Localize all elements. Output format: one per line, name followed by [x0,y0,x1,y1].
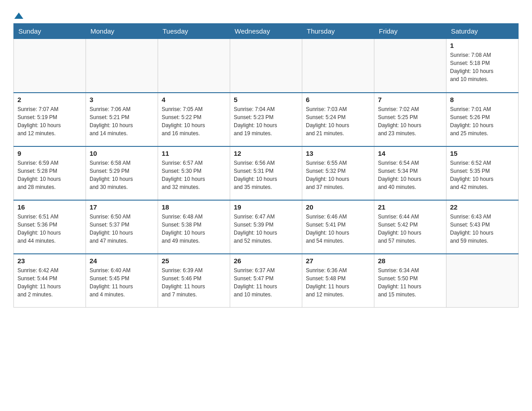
weekday-header-row: SundayMondayTuesdayWednesdayThursdayFrid… [14,24,519,39]
day-info: Sunrise: 7:08 AM Sunset: 5:18 PM Dayligh… [450,51,515,83]
day-info: Sunrise: 6:58 AM Sunset: 5:29 PM Dayligh… [90,159,154,191]
day-number: 22 [450,203,515,211]
calendar-day-cell: 18Sunrise: 6:48 AM Sunset: 5:38 PM Dayli… [158,200,230,254]
calendar-table: SundayMondayTuesdayWednesdayThursdayFrid… [13,23,519,308]
day-info: Sunrise: 7:02 AM Sunset: 5:25 PM Dayligh… [378,105,442,137]
calendar-day-cell: 19Sunrise: 6:47 AM Sunset: 5:39 PM Dayli… [230,200,302,254]
day-info: Sunrise: 6:57 AM Sunset: 5:30 PM Dayligh… [162,159,226,191]
calendar-day-cell: 4Sunrise: 7:05 AM Sunset: 5:22 PM Daylig… [158,93,230,146]
calendar-day-cell: 24Sunrise: 6:40 AM Sunset: 5:45 PM Dayli… [86,254,158,308]
calendar-day-cell [158,39,230,93]
calendar-day-cell: 8Sunrise: 7:01 AM Sunset: 5:26 PM Daylig… [446,93,519,146]
calendar-day-cell [14,39,86,93]
day-info: Sunrise: 6:40 AM Sunset: 5:45 PM Dayligh… [90,266,154,299]
calendar-day-cell: 16Sunrise: 6:51 AM Sunset: 5:36 PM Dayli… [14,200,86,254]
day-info: Sunrise: 6:52 AM Sunset: 5:35 PM Dayligh… [450,159,515,191]
header-tuesday: Tuesday [158,24,230,39]
day-number: 17 [90,203,154,211]
day-number: 8 [450,96,515,103]
calendar-day-cell: 10Sunrise: 6:58 AM Sunset: 5:29 PM Dayli… [86,146,158,200]
day-number: 4 [162,96,226,103]
day-number: 6 [306,96,370,103]
calendar-day-cell [446,254,519,308]
calendar-day-cell: 6Sunrise: 7:03 AM Sunset: 5:24 PM Daylig… [302,93,374,146]
calendar-day-cell: 27Sunrise: 6:36 AM Sunset: 5:48 PM Dayli… [302,254,374,308]
calendar-day-cell: 11Sunrise: 6:57 AM Sunset: 5:30 PM Dayli… [158,146,230,200]
calendar-day-cell: 26Sunrise: 6:37 AM Sunset: 5:47 PM Dayli… [230,254,302,308]
calendar-day-cell: 22Sunrise: 6:43 AM Sunset: 5:43 PM Dayli… [446,200,519,254]
day-number: 26 [234,257,298,265]
calendar-day-cell: 20Sunrise: 6:46 AM Sunset: 5:41 PM Dayli… [302,200,374,254]
calendar-week-5: 23Sunrise: 6:42 AM Sunset: 5:44 PM Dayli… [14,254,519,308]
day-number: 16 [17,203,82,211]
header-saturday: Saturday [446,24,519,39]
day-info: Sunrise: 7:05 AM Sunset: 5:22 PM Dayligh… [162,105,226,137]
day-info: Sunrise: 6:42 AM Sunset: 5:44 PM Dayligh… [17,266,82,299]
day-info: Sunrise: 6:50 AM Sunset: 5:37 PM Dayligh… [90,213,154,245]
day-info: Sunrise: 6:51 AM Sunset: 5:36 PM Dayligh… [17,213,82,245]
day-number: 9 [17,150,82,157]
day-number: 19 [234,203,298,211]
calendar-day-cell: 7Sunrise: 7:02 AM Sunset: 5:25 PM Daylig… [374,93,446,146]
day-info: Sunrise: 6:47 AM Sunset: 5:39 PM Dayligh… [234,213,298,245]
day-info: Sunrise: 7:06 AM Sunset: 5:21 PM Dayligh… [90,105,154,137]
day-number: 2 [17,96,82,103]
day-info: Sunrise: 7:04 AM Sunset: 5:23 PM Dayligh… [234,105,298,137]
day-number: 21 [378,203,442,211]
day-info: Sunrise: 6:59 AM Sunset: 5:28 PM Dayligh… [17,159,82,191]
day-number: 25 [162,257,226,265]
calendar-day-cell: 15Sunrise: 6:52 AM Sunset: 5:35 PM Dayli… [446,146,519,200]
day-number: 11 [162,150,226,157]
calendar-day-cell: 23Sunrise: 6:42 AM Sunset: 5:44 PM Dayli… [14,254,86,308]
day-info: Sunrise: 6:56 AM Sunset: 5:31 PM Dayligh… [234,159,298,191]
calendar-day-cell: 25Sunrise: 6:39 AM Sunset: 5:46 PM Dayli… [158,254,230,308]
calendar-day-cell: 28Sunrise: 6:34 AM Sunset: 5:50 PM Dayli… [374,254,446,308]
calendar-day-cell: 13Sunrise: 6:55 AM Sunset: 5:32 PM Dayli… [302,146,374,200]
header-monday: Monday [86,24,158,39]
day-info: Sunrise: 7:01 AM Sunset: 5:26 PM Dayligh… [450,105,515,137]
day-info: Sunrise: 6:46 AM Sunset: 5:41 PM Dayligh… [306,213,370,245]
calendar-day-cell: 1Sunrise: 7:08 AM Sunset: 5:18 PM Daylig… [446,39,519,93]
day-number: 15 [450,150,515,157]
day-number: 7 [378,96,442,103]
day-number: 23 [17,257,82,265]
calendar-day-cell [230,39,302,93]
day-info: Sunrise: 6:48 AM Sunset: 5:38 PM Dayligh… [162,213,226,245]
day-number: 20 [306,203,370,211]
calendar-day-cell: 21Sunrise: 6:44 AM Sunset: 5:42 PM Dayli… [374,200,446,254]
header-sunday: Sunday [14,24,86,39]
calendar-day-cell [302,39,374,93]
day-number: 3 [90,96,154,103]
calendar-week-1: 1Sunrise: 7:08 AM Sunset: 5:18 PM Daylig… [14,39,519,93]
day-info: Sunrise: 6:39 AM Sunset: 5:46 PM Dayligh… [162,266,226,299]
calendar-day-cell: 14Sunrise: 6:54 AM Sunset: 5:34 PM Dayli… [374,146,446,200]
calendar-week-2: 2Sunrise: 7:07 AM Sunset: 5:19 PM Daylig… [14,93,519,146]
header-friday: Friday [374,24,446,39]
day-number: 14 [378,150,442,157]
day-info: Sunrise: 6:44 AM Sunset: 5:42 PM Dayligh… [378,213,442,245]
day-number: 1 [450,42,515,49]
logo [13,9,23,19]
calendar-day-cell: 3Sunrise: 7:06 AM Sunset: 5:21 PM Daylig… [86,93,158,146]
day-info: Sunrise: 6:34 AM Sunset: 5:50 PM Dayligh… [378,266,442,299]
calendar-week-4: 16Sunrise: 6:51 AM Sunset: 5:36 PM Dayli… [14,200,519,254]
calendar-day-cell: 17Sunrise: 6:50 AM Sunset: 5:37 PM Dayli… [86,200,158,254]
day-number: 18 [162,203,226,211]
calendar-day-cell [374,39,446,93]
day-info: Sunrise: 6:54 AM Sunset: 5:34 PM Dayligh… [378,159,442,191]
day-number: 10 [90,150,154,157]
header-thursday: Thursday [302,24,374,39]
calendar-day-cell: 9Sunrise: 6:59 AM Sunset: 5:28 PM Daylig… [14,146,86,200]
day-number: 27 [306,257,370,265]
day-info: Sunrise: 6:36 AM Sunset: 5:48 PM Dayligh… [306,266,370,299]
day-info: Sunrise: 7:03 AM Sunset: 5:24 PM Dayligh… [306,105,370,137]
header-wednesday: Wednesday [230,24,302,39]
day-info: Sunrise: 6:43 AM Sunset: 5:43 PM Dayligh… [450,213,515,245]
logo-triangle-icon [14,13,23,19]
day-number: 5 [234,96,298,103]
calendar-day-cell: 5Sunrise: 7:04 AM Sunset: 5:23 PM Daylig… [230,93,302,146]
calendar-day-cell: 2Sunrise: 7:07 AM Sunset: 5:19 PM Daylig… [14,93,86,146]
day-info: Sunrise: 7:07 AM Sunset: 5:19 PM Dayligh… [17,105,82,137]
day-info: Sunrise: 6:55 AM Sunset: 5:32 PM Dayligh… [306,159,370,191]
day-number: 13 [306,150,370,157]
